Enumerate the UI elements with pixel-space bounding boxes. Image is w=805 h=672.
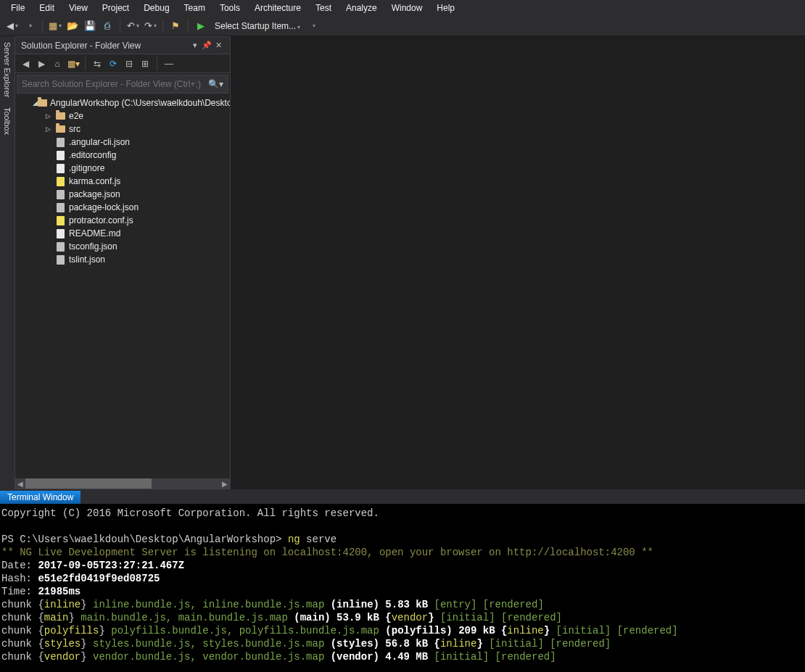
- scroll-left-icon[interactable]: ◀: [15, 478, 25, 489]
- refresh-icon[interactable]: ⟳: [107, 58, 119, 70]
- collapse-all-icon[interactable]: ⊟: [123, 58, 135, 70]
- home-icon[interactable]: ⌂: [51, 58, 63, 70]
- tree-folder-src[interactable]: src: [15, 123, 230, 136]
- panel-title: Solution Explorer - Folder View: [21, 41, 141, 51]
- separator: [42, 20, 43, 33]
- expander-icon[interactable]: [33, 99, 38, 107]
- menu-window[interactable]: Window: [385, 1, 429, 15]
- save-all-icon[interactable]: ⎙: [101, 20, 114, 33]
- file-json-icon: [54, 189, 66, 199]
- horizontal-scrollbar[interactable]: ◀ ▶: [15, 478, 230, 489]
- expander-icon[interactable]: [46, 112, 54, 120]
- overflow-icon[interactable]: ▾: [307, 20, 321, 33]
- tree-label: .editorconfig: [69, 150, 116, 160]
- tree-label: karma.conf.js: [69, 176, 120, 186]
- menu-test[interactable]: Test: [309, 1, 338, 15]
- tree-file[interactable]: tsconfig.json: [15, 240, 230, 253]
- search-icon[interactable]: 🔍▾: [208, 79, 223, 89]
- startup-selector[interactable]: Select Startup Item...: [212, 21, 303, 31]
- tree-label: package-lock.json: [69, 202, 139, 212]
- file-json-icon: [54, 241, 66, 252]
- side-tab-toolbox[interactable]: Toolbox: [1, 104, 13, 138]
- tree-label: package.json: [69, 189, 120, 199]
- tree-label: protractor.conf.js: [69, 215, 133, 225]
- menu-debug[interactable]: Debug: [137, 1, 176, 15]
- panel-pin-icon[interactable]: 📌: [201, 41, 212, 50]
- separator: [162, 20, 163, 33]
- separator: [85, 57, 86, 70]
- menu-architecture[interactable]: Architecture: [248, 1, 307, 15]
- tree-label: tsconfig.json: [69, 241, 117, 252]
- tree-label: src: [69, 124, 80, 134]
- tree-file[interactable]: package.json: [15, 188, 230, 201]
- separator: [157, 57, 157, 70]
- tree-label: tslint.json: [69, 254, 105, 265]
- search-input[interactable]: [22, 79, 208, 89]
- tree-folder-e2e[interactable]: e2e: [15, 109, 230, 123]
- file-js-icon: [54, 176, 66, 186]
- folder-y-icon: [54, 124, 66, 134]
- new-project-icon[interactable]: ▦: [49, 20, 62, 33]
- solution-tree[interactable]: AngularWorkshop (C:\Users\waelkdouh\Desk…: [15, 95, 230, 478]
- tree-file[interactable]: karma.conf.js: [15, 175, 230, 188]
- nav-fwd-icon[interactable]: [23, 20, 36, 33]
- scroll-track[interactable]: [25, 478, 220, 489]
- tree-file[interactable]: .angular-cli.json: [15, 136, 230, 149]
- expander-icon[interactable]: [46, 125, 54, 133]
- sync-icon[interactable]: ⇆: [91, 58, 103, 70]
- panel-dropdown-icon[interactable]: ▾: [189, 41, 201, 50]
- menu-analyze[interactable]: Analyze: [339, 1, 384, 15]
- folder-y-icon: [54, 111, 66, 121]
- left-tool-tabs: Server ExplorerToolbox: [0, 36, 15, 489]
- show-all-icon[interactable]: ⊞: [139, 58, 151, 70]
- tree-file[interactable]: tslint.json: [15, 253, 230, 266]
- file-box-icon: [54, 150, 66, 160]
- save-icon[interactable]: 💾: [83, 20, 96, 33]
- menu-file[interactable]: File: [4, 1, 31, 15]
- forward-icon[interactable]: ▶: [36, 58, 47, 70]
- panel-close-icon[interactable]: ✕: [212, 41, 224, 50]
- separator: [120, 20, 120, 33]
- flag-icon[interactable]: ⚑: [169, 20, 182, 33]
- separator: [188, 20, 189, 33]
- menu-help[interactable]: Help: [430, 1, 461, 15]
- tree-file[interactable]: .gitignore: [15, 162, 230, 175]
- tree-label: README.md: [69, 228, 120, 238]
- undo-icon[interactable]: ↶: [126, 20, 139, 33]
- back-icon[interactable]: ◀: [20, 58, 31, 70]
- editor-area: [231, 36, 805, 489]
- menubar: FileEditViewProjectDebugTeamToolsArchite…: [0, 0, 805, 16]
- search-box[interactable]: 🔍▾: [17, 75, 228, 94]
- nav-back-icon[interactable]: ◀: [6, 20, 19, 33]
- tree-file[interactable]: .editorconfig: [15, 149, 230, 162]
- file-box-icon: [54, 228, 66, 238]
- open-icon[interactable]: 📂: [66, 20, 79, 33]
- tree-root[interactable]: AngularWorkshop (C:\Users\waelkdouh\Desk…: [15, 96, 230, 109]
- menu-team[interactable]: Team: [178, 1, 212, 15]
- properties-icon[interactable]: —: [163, 58, 175, 70]
- terminal-tab[interactable]: Terminal Window: [0, 491, 80, 504]
- tree-file[interactable]: protractor.conf.js: [15, 214, 230, 227]
- file-json-icon: [54, 254, 66, 265]
- start-play-icon[interactable]: ▶: [194, 20, 207, 33]
- view-switch-icon[interactable]: ▦▾: [67, 58, 79, 70]
- menu-tools[interactable]: Tools: [213, 1, 247, 15]
- menu-view[interactable]: View: [62, 1, 94, 15]
- folder-y-icon: [38, 98, 47, 108]
- solution-explorer-panel: Solution Explorer - Folder View ▾ 📌 ✕ ◀ …: [15, 36, 231, 489]
- tree-file[interactable]: package-lock.json: [15, 201, 230, 214]
- main-toolbar: ◀ ▦ 📂 💾 ⎙ ↶ ↷ ⚑ ▶ Select Startup Item...…: [0, 16, 805, 36]
- tree-label: .angular-cli.json: [69, 137, 130, 147]
- tree-label: .gitignore: [69, 163, 104, 173]
- menu-project[interactable]: Project: [96, 1, 136, 15]
- panel-title-bar: Solution Explorer - Folder View ▾ 📌 ✕: [15, 37, 230, 54]
- terminal-body[interactable]: Copyright (C) 2016 Microsoft Corporation…: [0, 504, 805, 672]
- scroll-thumb[interactable]: [25, 478, 152, 489]
- scroll-right-icon[interactable]: ▶: [220, 478, 230, 489]
- redo-icon[interactable]: ↷: [144, 20, 157, 33]
- panel-toolbar: ◀ ▶ ⌂ ▦▾ ⇆ ⟳ ⊟ ⊞ —: [15, 54, 230, 73]
- tree-file[interactable]: README.md: [15, 227, 230, 240]
- side-tab-server-explorer[interactable]: Server Explorer: [1, 39, 13, 100]
- file-js-icon: [54, 215, 66, 225]
- menu-edit[interactable]: Edit: [33, 1, 61, 15]
